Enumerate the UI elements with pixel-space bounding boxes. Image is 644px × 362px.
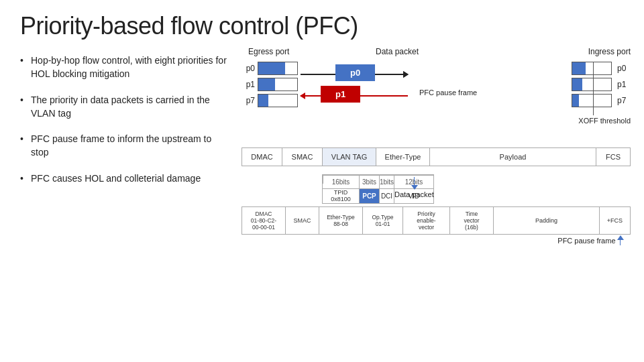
vlan-tpid: TPID0x8100 (323, 189, 360, 203)
vlan-pcp: PCP (360, 189, 380, 203)
frame-fcs: FCS (596, 148, 630, 166)
page-title: Priority-based flow control (PFC) (0, 0, 644, 47)
ingress-p0-label: p0 (617, 64, 631, 73)
pfc-fcs: +FCS (600, 207, 630, 234)
frame-smac: SMAC (282, 148, 323, 166)
ingress-p1-label: p1 (617, 80, 631, 89)
pfc-pause-frame-label: PFC pause frame (557, 237, 615, 245)
ingress-p0-bar (572, 62, 612, 75)
egress-p1-label: p1 (241, 80, 255, 89)
ethernet-frame-row: DMAC SMAC VLAN TAG Ether-Type Payload FC… (241, 147, 631, 166)
data-packet-pointer: Data packet (394, 177, 434, 198)
pfc-frame-row: DMAC01-80-C2-00-00-01 SMAC Ether-Type88-… (241, 206, 631, 235)
ingress-p7-label: p7 (617, 96, 631, 105)
pfc-ethertype: Ether-Type88-08 (319, 207, 363, 234)
vlan-dei: DCI (380, 189, 394, 203)
vlan-bits-16: 16bits (323, 175, 360, 188)
egress-p0-bar (258, 62, 298, 75)
data-packet-label: Data packet (376, 47, 419, 56)
ingress-p7-bar (572, 94, 612, 107)
xoff-label: XOFF threshold (578, 117, 631, 125)
pfc-frame-row-container: DMAC01-80-C2-00-00-01 SMAC Ether-Type88-… (241, 206, 631, 245)
port-diagram: Egress port Ingress port Data packet p0 … (241, 47, 631, 141)
egress-p1-bar (258, 78, 298, 91)
egress-queues: p0 p1 p7 (241, 62, 298, 107)
ingress-label: Ingress port (588, 47, 631, 56)
bullet-item-3: PFC pause frame to inform the upstream t… (20, 132, 228, 160)
pfc-padding: Padding (494, 207, 600, 234)
p0-packet-box: p0 (335, 64, 375, 81)
ingress-queues: p0 p1 p7 (572, 62, 631, 107)
pfc-dmac: DMAC01-80-C2-00-00-01 (242, 207, 286, 234)
pfc-optype: Op.Type01-01 (363, 207, 403, 234)
pfc-pause-label: PFC pause frame (419, 88, 477, 97)
frame-ethertype: Ether-Type (376, 148, 430, 166)
pfc-pause-frame-pointer: PFC pause frame (241, 236, 621, 245)
bullet-list: Hop-by-hop flow control, with eight prio… (20, 47, 228, 245)
ingress-p1-bar (572, 78, 612, 91)
frame-payload: Payload (430, 148, 596, 166)
vlan-bits-1: 1bits (380, 175, 394, 188)
egress-p7-bar (258, 94, 298, 107)
pfc-priority-enable: Priorityenable-vector (403, 207, 450, 234)
vlan-bits-3: 3bits (360, 175, 380, 188)
pfc-time-vector: Timevector(16b) (450, 207, 494, 234)
data-packet-frame-label: Data packet (394, 190, 434, 198)
egress-p7-label: p7 (241, 96, 255, 105)
xoff-line (593, 62, 594, 115)
diagram-section: Egress port Ingress port Data packet p0 … (241, 47, 631, 245)
egress-label: Egress port (248, 47, 289, 56)
frame-vlantag: VLAN TAG (323, 148, 376, 166)
frame-diagram: DMAC SMAC VLAN TAG Ether-Type Payload FC… (241, 147, 631, 245)
pfc-smac: SMAC (286, 207, 319, 234)
frame-dmac: DMAC (242, 148, 282, 166)
bullet-item-4: PFC causes HOL and colleterial damage (20, 172, 228, 185)
bullet-item-2: The priority in data packets is carried … (20, 93, 228, 121)
p1-packet-box: p1 (321, 86, 360, 103)
egress-p0-label: p0 (241, 64, 255, 73)
bullet-item-1: Hop-by-hop flow control, with eight prio… (20, 54, 228, 81)
